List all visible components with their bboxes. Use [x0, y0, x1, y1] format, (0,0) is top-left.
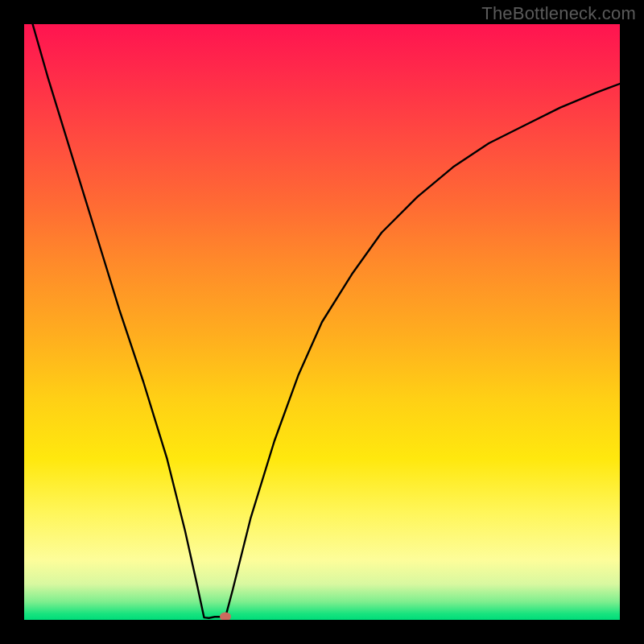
curve-svg: [24, 24, 620, 620]
minimum-marker-icon: [220, 612, 231, 620]
bottleneck-curve: [24, 24, 620, 618]
chart-frame: TheBottleneck.com: [0, 0, 644, 644]
plot-area: [24, 24, 620, 620]
watermark-text: TheBottleneck.com: [481, 3, 636, 24]
